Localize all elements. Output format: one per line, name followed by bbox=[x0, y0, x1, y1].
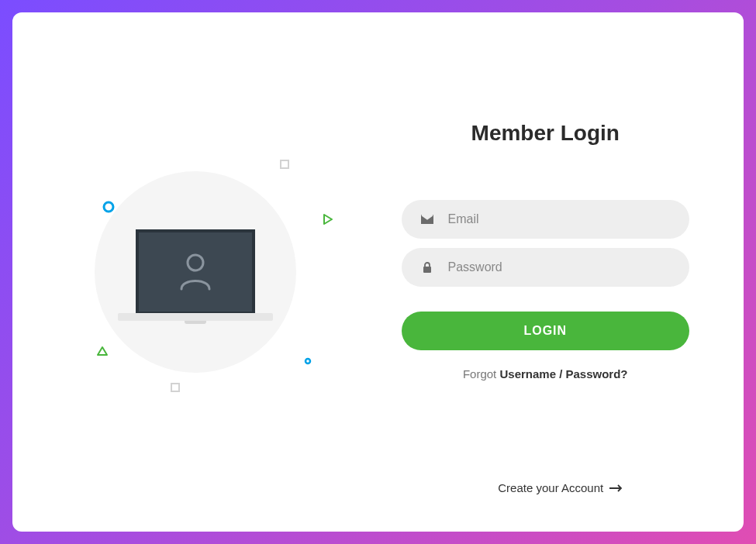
password-input-group[interactable] bbox=[402, 248, 690, 287]
form-panel: Member Login LOGIN Forgot Username / Pas… bbox=[378, 12, 744, 532]
svg-point-6 bbox=[188, 255, 203, 270]
forgot-prefix: Forgot bbox=[463, 367, 500, 380]
forgot-line: Forgot Username / Password? bbox=[402, 367, 690, 380]
email-input-group[interactable] bbox=[402, 200, 690, 239]
laptop-icon bbox=[136, 229, 255, 315]
create-account-link[interactable]: Create your Account bbox=[378, 481, 744, 494]
login-button[interactable]: LOGIN bbox=[402, 312, 690, 350]
svg-rect-0 bbox=[281, 160, 288, 168]
login-card: Member Login LOGIN Forgot Username / Pas… bbox=[12, 12, 744, 532]
svg-rect-7 bbox=[423, 267, 431, 273]
envelope-icon bbox=[420, 215, 434, 224]
square-outline-small-icon bbox=[171, 383, 180, 392]
password-input[interactable] bbox=[448, 260, 671, 274]
svg-marker-3 bbox=[98, 347, 107, 355]
forgot-link[interactable]: Username / Password? bbox=[499, 367, 627, 380]
email-input[interactable] bbox=[448, 212, 671, 226]
triangle-outline-icon bbox=[96, 346, 109, 356]
svg-marker-2 bbox=[324, 215, 332, 224]
svg-rect-5 bbox=[171, 384, 179, 391]
svg-point-1 bbox=[104, 202, 113, 212]
page-title: Member Login bbox=[402, 121, 690, 146]
small-circle-icon bbox=[304, 357, 312, 365]
create-account-label: Create your Account bbox=[498, 481, 603, 494]
illustration-panel bbox=[12, 12, 378, 532]
arrow-right-icon bbox=[609, 484, 623, 492]
laptop-base bbox=[118, 313, 273, 321]
lock-icon bbox=[420, 262, 434, 274]
user-silhouette-icon bbox=[178, 252, 213, 292]
svg-point-4 bbox=[306, 359, 310, 363]
triangle-play-icon bbox=[323, 214, 333, 225]
square-outline-icon bbox=[280, 160, 289, 169]
illustration-circle bbox=[95, 171, 296, 373]
